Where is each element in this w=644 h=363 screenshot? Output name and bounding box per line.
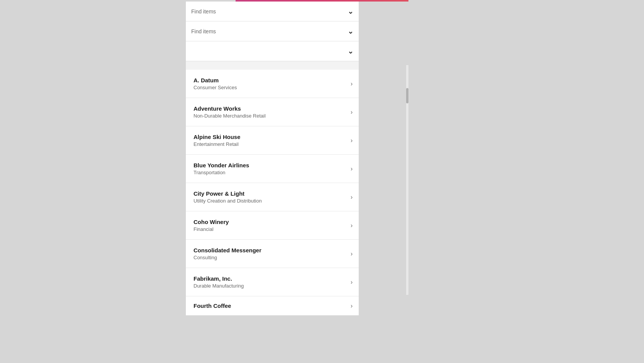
list-item-content: Fourth Coffee	[194, 302, 348, 309]
list-item-consolidated-messenger[interactable]: Consolidated Messenger Consulting ›	[186, 240, 359, 268]
list-item-subtitle: Utility Creation and Distribution	[194, 198, 348, 204]
list-item-adventure-works[interactable]: Adventure Works Non-Durable Merchandise …	[186, 98, 359, 126]
list-item-subtitle: Entertainment Retail	[194, 141, 348, 147]
filter-2-label: Find items	[191, 28, 348, 34]
list-item-content: Blue Yonder Airlines Transportation	[194, 162, 348, 175]
list-item-chevron-icon: ›	[351, 109, 353, 116]
list-item-subtitle: Transportation	[194, 170, 348, 175]
filter-dropdown-2[interactable]: Find items ⌄	[186, 21, 359, 41]
list-item-subtitle: Consumer Services	[194, 85, 348, 90]
list-item-title: Consolidated Messenger	[194, 247, 348, 253]
list-item-title: Adventure Works	[194, 105, 348, 112]
list-item-chevron-icon: ›	[351, 194, 353, 201]
filter-3-chevron-icon: ⌄	[348, 47, 353, 56]
list-item-title: Alpine Ski House	[194, 134, 348, 140]
list-item-title: A. Datum	[194, 77, 348, 83]
list-item-chevron-icon: ›	[351, 302, 353, 309]
list-item-content: Consolidated Messenger Consulting	[194, 247, 348, 260]
list-item-subtitle: Financial	[194, 226, 348, 232]
list-item-title: Coho Winery	[194, 219, 348, 225]
list-item-city-power-light[interactable]: City Power & Light Utility Creation and …	[186, 183, 359, 211]
spacer	[186, 61, 359, 70]
list-container: A. Datum Consumer Services › Adventure W…	[186, 70, 359, 316]
list-item-chevron-icon: ›	[351, 137, 353, 144]
list-item-content: City Power & Light Utility Creation and …	[194, 190, 348, 204]
list-item-fourth-coffee[interactable]: Fourth Coffee ›	[186, 296, 359, 316]
list-item-alpine-ski-house[interactable]: Alpine Ski House Entertainment Retail ›	[186, 126, 359, 155]
list-item-content: Adventure Works Non-Durable Merchandise …	[194, 105, 348, 119]
list-item-subtitle: Durable Manufacturing	[194, 283, 348, 289]
list-item-blue-yonder-airlines[interactable]: Blue Yonder Airlines Transportation ›	[186, 155, 359, 183]
filter-1-label: Find items	[191, 8, 348, 15]
list-item-chevron-icon: ›	[351, 250, 353, 257]
list-item-title: City Power & Light	[194, 190, 348, 197]
list-item-title: Fourth Coffee	[194, 302, 348, 309]
list-item-chevron-icon: ›	[351, 165, 353, 172]
list-item-chevron-icon: ›	[351, 222, 353, 229]
scrollbar-track[interactable]	[406, 65, 408, 295]
list-item-content: Alpine Ski House Entertainment Retail	[194, 134, 348, 147]
list-item-a-datum[interactable]: A. Datum Consumer Services ›	[186, 70, 359, 98]
filter-2-chevron-icon: ⌄	[348, 27, 353, 36]
filter-dropdown-1[interactable]: Find items ⌄	[186, 2, 359, 21]
list-item-subtitle: Non-Durable Merchandise Retail	[194, 113, 348, 119]
scrollbar-thumb[interactable]	[406, 88, 408, 103]
list-item-content: Coho Winery Financial	[194, 219, 348, 232]
list-item-coho-winery[interactable]: Coho Winery Financial ›	[186, 211, 359, 240]
list-item-content: A. Datum Consumer Services	[194, 77, 348, 90]
list-item-subtitle: Consulting	[194, 255, 348, 260]
filter-1-chevron-icon: ⌄	[348, 7, 353, 16]
list-item-title: Fabrikam, Inc.	[194, 275, 348, 282]
list-item-content: Fabrikam, Inc. Durable Manufacturing	[194, 275, 348, 289]
list-item-chevron-icon: ›	[351, 279, 353, 286]
filter-dropdown-3[interactable]: ⌄	[186, 41, 359, 61]
list-item-chevron-icon: ›	[351, 80, 353, 87]
list-item-title: Blue Yonder Airlines	[194, 162, 348, 168]
list-item-fabrikam-inc[interactable]: Fabrikam, Inc. Durable Manufacturing ›	[186, 268, 359, 296]
